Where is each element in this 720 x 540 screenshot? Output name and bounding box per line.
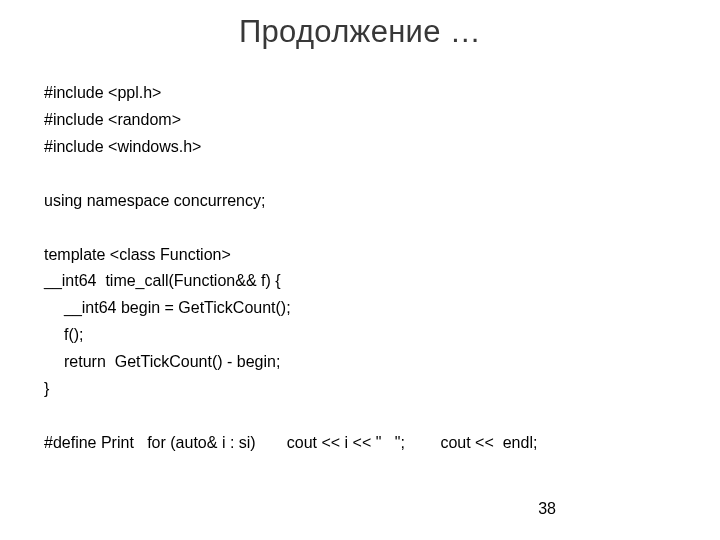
slide: Продолжение … #include <ppl.h> #include …: [0, 14, 720, 540]
code-line: #include <ppl.h>: [44, 80, 676, 107]
blank-line: [44, 215, 676, 242]
blank-line: [44, 161, 676, 188]
code-line: using namespace concurrency;: [44, 188, 676, 215]
code-line: __int64 begin = GetTickCount();: [44, 295, 676, 322]
blank-line: [44, 403, 676, 430]
code-line: return GetTickCount() - begin;: [44, 349, 676, 376]
slide-title: Продолжение …: [0, 14, 720, 50]
code-content: #include <ppl.h> #include <random> #incl…: [0, 80, 720, 457]
page-number: 38: [538, 500, 556, 518]
code-line: __int64 time_call(Function&& f) {: [44, 268, 676, 295]
code-line: #define Print for (auto& i : si) cout <<…: [44, 430, 676, 457]
code-line: template <class Function>: [44, 242, 676, 269]
code-line: #include <random>: [44, 107, 676, 134]
code-line: }: [44, 376, 676, 403]
code-line: #include <windows.h>: [44, 134, 676, 161]
code-line: f();: [44, 322, 676, 349]
